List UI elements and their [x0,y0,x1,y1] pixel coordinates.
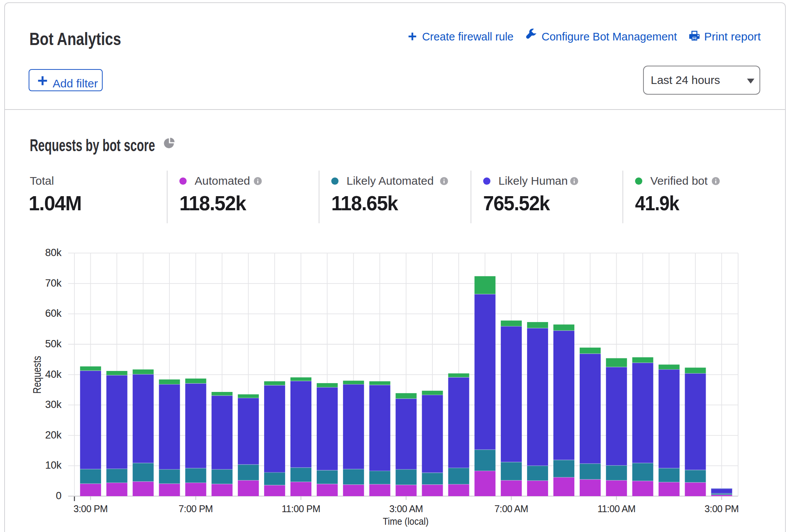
svg-text:70k: 70k [45,277,61,289]
svg-text:11:00 AM: 11:00 AM [597,503,635,514]
svg-text:7:00 PM: 7:00 PM [179,503,213,514]
svg-text:50k: 50k [45,338,61,350]
svg-text:7:00 AM: 7:00 AM [495,503,528,514]
svg-text:30k: 30k [45,399,61,410]
svg-text:10k: 10k [45,459,61,471]
svg-text:3:00 PM: 3:00 PM [705,503,739,514]
svg-text:3:00 AM: 3:00 AM [389,503,423,514]
svg-text:80k: 80k [45,247,61,258]
svg-text:60k: 60k [45,308,61,319]
svg-text:20k: 20k [45,429,61,441]
svg-text:11:00 PM: 11:00 PM [282,503,320,514]
svg-text:3:00 PM: 3:00 PM [73,503,108,514]
svg-text:0: 0 [56,490,61,501]
svg-text:Requests: Requests [31,356,43,394]
svg-text:Time (local): Time (local) [383,516,429,527]
svg-text:40k: 40k [45,369,61,380]
